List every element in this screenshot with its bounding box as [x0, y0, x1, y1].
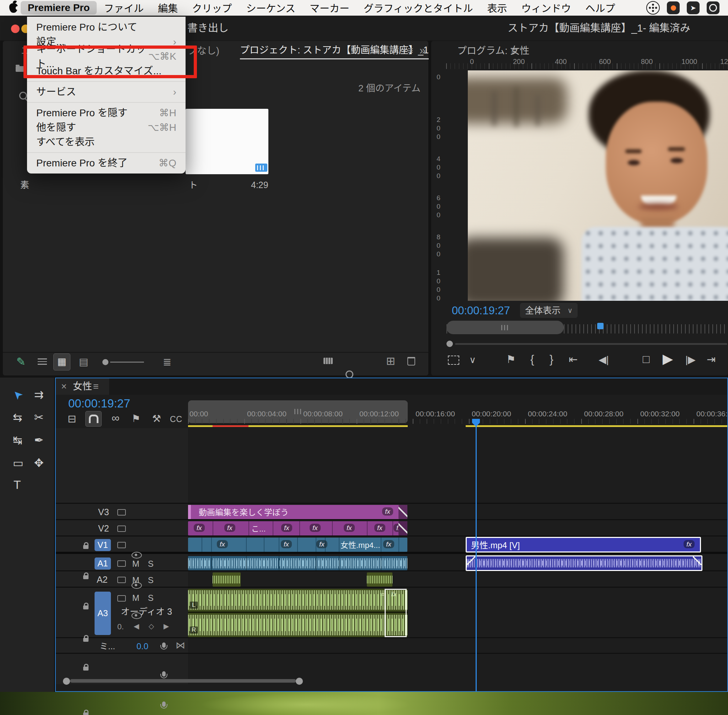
find-icon[interactable] — [345, 371, 353, 378]
source-patch-icon[interactable] — [117, 595, 126, 602]
voiceover-mic-icon[interactable] — [162, 643, 166, 648]
transition-clip[interactable] — [398, 521, 407, 535]
type-tool-icon[interactable]: T — [14, 478, 21, 492]
track-output-eye-icon[interactable] — [131, 552, 142, 558]
goto-out-icon[interactable]: ⇥ — [707, 353, 716, 366]
menubar-item-help[interactable]: ヘルプ — [578, 0, 622, 16]
clip-v1-female[interactable]: fx fx fx 女性.mp4... fx — [188, 538, 407, 552]
pen-tool-icon[interactable]: ✒ — [34, 434, 44, 447]
program-panel-menu-icon[interactable]: ≡ — [511, 45, 517, 57]
solo-button[interactable]: S — [148, 575, 154, 585]
clip-a3-music[interactable]: L R ≈ fx — [188, 589, 407, 637]
menubar-item-premiere[interactable]: Premiere Pro — [21, 1, 97, 15]
mark-out-icon[interactable]: } — [550, 353, 553, 366]
timeline-tab-label[interactable]: 女性 — [73, 381, 92, 392]
source-patch-icon[interactable] — [117, 577, 126, 583]
rectangle-tool-icon[interactable]: ▭ — [13, 457, 23, 470]
program-timecode[interactable]: 00:00:19:27 — [452, 304, 510, 317]
add-keyframe-icon[interactable]: ◇ — [149, 622, 154, 631]
step-back-icon[interactable]: ◀| — [598, 354, 609, 365]
playhead-line[interactable] — [476, 419, 477, 691]
input-source-icon[interactable] — [646, 1, 660, 15]
apple-menu-icon[interactable] — [9, 3, 18, 13]
timeline-ruler[interactable] — [188, 419, 728, 424]
lock-icon[interactable] — [83, 638, 89, 642]
menubar-item-file[interactable]: ファイル — [97, 0, 151, 16]
track-label-a1[interactable]: A1 — [95, 558, 111, 570]
menubar-item-edit[interactable]: 編集 — [151, 0, 185, 16]
timeline-settings-wrench-icon[interactable]: ⚒ — [152, 413, 161, 424]
edit-pen-icon[interactable]: ✎ — [17, 356, 26, 368]
new-item-icon[interactable]: ⊞ — [386, 355, 395, 368]
zoom-mode-dropdown[interactable]: 全体表示 ∨ — [520, 303, 578, 318]
fade-handle[interactable] — [693, 557, 701, 565]
slip-tool-icon[interactable]: ↹ — [13, 434, 23, 447]
menubar-item-graphics[interactable]: グラフィックとタイトル — [357, 0, 480, 16]
status-app-icon[interactable]: ➤ — [687, 2, 699, 14]
source-patch-icon[interactable] — [117, 525, 126, 532]
tab-close-icon[interactable]: × — [61, 381, 67, 392]
menu-item-quit[interactable]: Premiere Pro を終了⌘Q — [27, 156, 185, 170]
project-panel-menu-icon[interactable]: ≡ — [407, 45, 413, 56]
menubar-item-window[interactable]: ウィンドウ — [514, 0, 578, 16]
mix-level-value[interactable]: 0.0 — [137, 641, 148, 652]
zoom-slider-track[interactable] — [110, 362, 144, 363]
track-label-a3[interactable]: A3 — [95, 591, 111, 635]
linked-selection-icon[interactable]: ∞ — [112, 412, 119, 424]
solo-button[interactable]: S — [148, 593, 154, 603]
step-forward-icon[interactable]: |▶ — [685, 354, 696, 365]
fade-handle[interactable] — [467, 557, 475, 565]
track-label-v3[interactable]: V3 — [98, 507, 109, 517]
voiceover-mic-icon[interactable] — [162, 671, 166, 677]
lock-icon[interactable] — [83, 712, 89, 715]
panner-icon[interactable]: ⋈ — [176, 640, 185, 651]
menubar-item-marker[interactable]: マーカー — [303, 0, 357, 16]
next-keyframe-icon[interactable]: ▶ — [164, 622, 169, 631]
list-view-icon[interactable] — [38, 358, 47, 365]
nest-source-icon[interactable]: ⊟ — [68, 413, 76, 425]
bin-icon[interactable] — [16, 66, 24, 72]
project-tab-overflow-icon[interactable]: » — [419, 44, 425, 57]
menu-item-services[interactable]: サービス› — [27, 84, 185, 99]
clip-v3-title[interactable]: 動画編集を楽しく学ぼう fx — [188, 505, 407, 519]
ripple-edit-tool-icon[interactable]: ⇆ — [13, 411, 23, 424]
screen-record-icon[interactable] — [667, 2, 680, 14]
trash-icon[interactable] — [407, 357, 415, 365]
track-label-a2[interactable]: A2 — [97, 575, 108, 585]
program-playhead-marker[interactable] — [597, 323, 604, 329]
menubar-item-sequence[interactable]: シーケンス — [239, 0, 303, 16]
export-settings-icon[interactable] — [448, 356, 459, 365]
hand-tool-icon[interactable]: ✥ — [34, 457, 44, 470]
menubar-item-clip[interactable]: クリップ — [185, 0, 239, 16]
goto-in-icon[interactable]: ⇤ — [569, 353, 578, 366]
track-label-v1[interactable]: V1 — [95, 539, 111, 551]
clip-v2-strip[interactable]: fx fx こ... fx fx fx fx fx — [188, 521, 407, 535]
transition-clip[interactable] — [398, 505, 407, 519]
timeline-panel-menu-icon[interactable]: ≡ — [93, 381, 99, 392]
search-icon[interactable] — [19, 92, 27, 100]
program-scroll-knob[interactable] — [446, 341, 453, 347]
captions-icon[interactable]: CC — [170, 415, 182, 424]
scrollbar-handle-right[interactable] — [296, 678, 303, 685]
freeform-view-icon[interactable]: ▤ — [79, 356, 88, 368]
source-patch-icon[interactable] — [117, 560, 126, 567]
add-marker-timeline-icon[interactable]: ⚑ — [131, 413, 140, 424]
play-icon[interactable]: ▶ — [663, 351, 673, 367]
icon-view-button[interactable]: ▦ — [53, 353, 70, 371]
status-target-icon[interactable] — [707, 2, 719, 14]
safe-margins-icon[interactable]: □ — [643, 353, 650, 366]
zoom-slider-knob[interactable] — [102, 359, 109, 365]
project-tab[interactable]: プロジェクト: ストアカ【動画編集講座】_1 — [240, 45, 429, 59]
mute-button[interactable]: M — [132, 559, 139, 569]
clip-v1-male[interactable]: 男性.mp4 [V] fx — [466, 537, 701, 552]
clip-a2-audio[interactable] — [367, 572, 392, 587]
audio-level-icon[interactable]: ≈ — [381, 590, 384, 598]
clip-a1-male-audio[interactable] — [466, 555, 702, 571]
menu-item-about[interactable]: Premiere Pro について — [27, 20, 185, 35]
mute-button[interactable]: M — [132, 575, 139, 585]
program-monitor-video[interactable] — [468, 70, 728, 301]
automate-sequence-icon[interactable] — [324, 358, 333, 364]
source-patch-icon[interactable] — [117, 509, 126, 516]
lock-icon[interactable] — [83, 667, 89, 671]
add-marker-icon[interactable]: ⚑ — [506, 353, 516, 366]
